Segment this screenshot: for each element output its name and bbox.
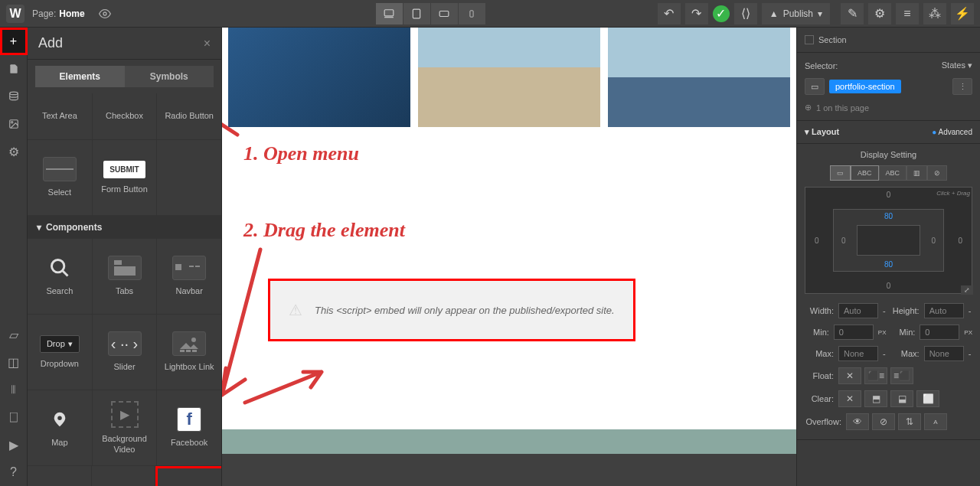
- portfolio-image[interactable]: [608, 28, 790, 127]
- component-twitter[interactable]: Twitter: [28, 466, 92, 486]
- margin-bottom[interactable]: 0: [887, 282, 891, 290]
- width-input[interactable]: [838, 303, 878, 318]
- element-text-area[interactable]: Text Area: [28, 93, 93, 139]
- add-element-button[interactable]: +: [0, 28, 28, 55]
- component-google-plus[interactable]: G+Google+: [92, 466, 156, 486]
- overflow-auto-button[interactable]: A: [924, 413, 947, 430]
- status-check-icon[interactable]: ✓: [713, 5, 730, 22]
- element-form-button[interactable]: SUBMITForm Button: [93, 140, 158, 215]
- element-checkbox[interactable]: Checkbox: [93, 93, 158, 139]
- redo-icon[interactable]: ↷: [685, 3, 708, 24]
- max-width-input[interactable]: [838, 346, 878, 361]
- clear-right-button[interactable]: ⬓: [890, 390, 913, 407]
- overflow-hidden-button[interactable]: ⊘: [872, 413, 895, 430]
- undo-icon[interactable]: ↶: [658, 3, 681, 24]
- brush-icon[interactable]: ✎: [841, 3, 864, 24]
- overflow-visible-button[interactable]: 👁: [846, 413, 869, 430]
- video-icon[interactable]: ▶: [0, 431, 28, 458]
- chevron-down-icon: ▾: [805, 127, 809, 136]
- component-map[interactable]: Map: [28, 390, 93, 465]
- components-header[interactable]: ▾Components: [28, 216, 221, 239]
- search-icon[interactable]: ⎕: [0, 403, 28, 431]
- dropdown-icon: Drop▾: [40, 335, 80, 353]
- help-icon[interactable]: ?: [0, 458, 28, 486]
- display-none-button[interactable]: ⊘: [927, 165, 947, 181]
- min-width-input[interactable]: [834, 325, 874, 340]
- min-height-input[interactable]: [920, 325, 959, 340]
- margin-left[interactable]: 0: [815, 236, 819, 245]
- svg-point-16: [191, 338, 196, 342]
- padding-bottom[interactable]: 80: [884, 260, 893, 269]
- clear-none-button[interactable]: ✕: [838, 390, 861, 407]
- assets-icon[interactable]: [0, 110, 28, 138]
- component-lightbox[interactable]: Lightbox Link: [157, 315, 221, 390]
- height-input[interactable]: [924, 303, 964, 318]
- portfolio-image[interactable]: [228, 28, 410, 127]
- publish-button[interactable]: ▲Publish▾: [762, 3, 830, 24]
- portfolio-image[interactable]: [418, 28, 600, 127]
- padding-left[interactable]: 0: [841, 236, 846, 245]
- element-select[interactable]: Select: [28, 140, 93, 215]
- tab-symbols[interactable]: Symbols: [125, 66, 214, 87]
- overflow-scroll-button[interactable]: ⇅: [898, 413, 921, 430]
- padding-right[interactable]: 0: [931, 236, 936, 245]
- display-inline-block-button[interactable]: ABC: [851, 165, 879, 181]
- drops-icon[interactable]: ⁂: [923, 3, 946, 24]
- element-radio-button[interactable]: Radio Button: [157, 93, 221, 139]
- component-embed[interactable]: </>Embed: [155, 466, 221, 486]
- code-icon[interactable]: ⟨⟩: [734, 3, 757, 24]
- float-right-button[interactable]: ≡⬛: [890, 367, 913, 384]
- selector-class-badge[interactable]: portfolio-section: [829, 80, 901, 93]
- states-dropdown[interactable]: ▾: [968, 60, 972, 70]
- device-desktop-icon[interactable]: [376, 3, 403, 24]
- max-height-input[interactable]: [924, 346, 964, 361]
- list-icon[interactable]: ≡: [896, 3, 919, 24]
- settings-icon[interactable]: ⚙: [0, 138, 28, 165]
- display-flex-button[interactable]: ▥: [906, 165, 927, 181]
- spacing-editor[interactable]: Click + Drag 0 0 0 0 80 80 0 0 ⤢: [805, 187, 972, 294]
- cms-icon[interactable]: [0, 83, 28, 110]
- tab-elements[interactable]: Elements: [35, 66, 125, 87]
- component-tabs[interactable]: Tabs: [93, 239, 158, 314]
- embed-placeholder[interactable]: ⚠ This <script> embed will only appear o…: [268, 279, 635, 341]
- component-dropdown[interactable]: Drop▾Dropdown: [28, 315, 93, 390]
- svg-rect-13: [175, 264, 181, 270]
- component-search[interactable]: Search: [28, 239, 93, 314]
- nav-icon[interactable]: ▱: [0, 321, 28, 348]
- margin-top[interactable]: 0: [887, 191, 891, 199]
- display-block-button[interactable]: ▭: [830, 165, 851, 181]
- device-tablet-icon[interactable]: [403, 3, 431, 24]
- component-facebook[interactable]: fFacebook: [157, 390, 221, 465]
- section-checkbox[interactable]: [805, 35, 814, 44]
- selector-menu-icon[interactable]: ⋮: [952, 78, 972, 95]
- float-none-button[interactable]: ✕: [838, 367, 861, 384]
- device-phone-icon[interactable]: [459, 3, 486, 24]
- close-icon[interactable]: ×: [204, 37, 211, 51]
- bars-icon[interactable]: ⦀: [0, 376, 28, 403]
- slider-icon: ‹ ·· ›: [108, 331, 142, 356]
- component-navbar[interactable]: Navbar: [157, 239, 221, 314]
- audit-icon[interactable]: ◫: [0, 348, 28, 376]
- bolt-icon[interactable]: ⚡: [951, 3, 974, 24]
- margin-right[interactable]: 0: [958, 236, 962, 245]
- navbar-icon: [172, 256, 206, 280]
- preview-icon[interactable]: [94, 3, 116, 24]
- svg-rect-12: [114, 266, 136, 276]
- pages-icon[interactable]: [0, 55, 28, 83]
- annotation-1: 1. Open menu: [243, 142, 359, 165]
- component-slider[interactable]: ‹ ·· ›Slider: [93, 315, 158, 390]
- expand-icon[interactable]: ⤢: [961, 285, 973, 295]
- device-landscape-icon[interactable]: [431, 3, 459, 24]
- clear-left-button[interactable]: ⬒: [864, 390, 887, 407]
- webflow-logo[interactable]: W: [6, 5, 24, 23]
- advanced-toggle[interactable]: Advanced: [939, 128, 972, 136]
- page-name[interactable]: Home: [59, 8, 84, 19]
- device-desktop-icon[interactable]: ▭: [805, 78, 825, 95]
- component-bg-video[interactable]: ▶Background Video: [93, 390, 158, 465]
- clear-both-button[interactable]: ⬜: [916, 390, 939, 407]
- gear-icon[interactable]: ⚙: [868, 3, 891, 24]
- padding-top[interactable]: 80: [884, 212, 893, 220]
- float-left-button[interactable]: ⬛≡: [864, 367, 887, 384]
- footer-section[interactable]: [222, 429, 796, 454]
- display-inline-button[interactable]: ABC: [879, 165, 907, 181]
